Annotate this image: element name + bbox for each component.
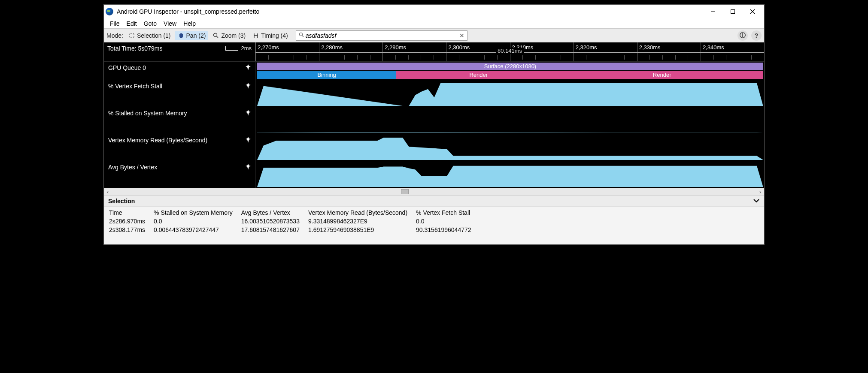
track-label: % Vertex Fetch Stall	[108, 83, 162, 90]
track-chart: Avg Bytes / Vertex	[104, 161, 764, 188]
table-cell: 90.31561996044772	[412, 226, 475, 234]
scroll-right-arrow[interactable]: ›	[756, 189, 764, 195]
selection-table: Time% Stalled on System MemoryAvg Bytes …	[104, 207, 764, 244]
menu-view[interactable]: View	[160, 19, 180, 28]
chart-area	[257, 109, 763, 133]
track-canvas[interactable]	[255, 80, 764, 107]
chart-area	[257, 136, 763, 160]
timeline[interactable]: Total Time: 5s079ms 2ms 2,270ms2,280ms2,…	[104, 42, 764, 188]
span-binning[interactable]: Binning	[257, 71, 396, 79]
titlebar[interactable]: Android GPU Inspector - unsplit_compress…	[104, 5, 764, 18]
range-label: 80.141ms	[496, 48, 524, 54]
track-label: Vertex Memory Read (Bytes/Second)	[108, 137, 207, 144]
info-button[interactable]: ⓘ	[737, 30, 748, 41]
info-icon: ⓘ	[740, 32, 746, 39]
track-canvas[interactable]	[255, 107, 764, 134]
track-label: GPU Queue 0	[108, 64, 146, 71]
close-button[interactable]	[743, 5, 762, 18]
table-header[interactable]: Time	[105, 208, 149, 217]
ruler-tick-label: 2,330ms	[639, 44, 661, 51]
track-chart: Vertex Memory Read (Bytes/Second)	[104, 134, 764, 161]
menu-goto[interactable]: Goto	[140, 19, 160, 28]
span-render[interactable]: Render	[561, 71, 763, 79]
ruler-tick-label: 2,290ms	[385, 44, 406, 51]
help-button[interactable]: ?	[751, 30, 762, 41]
mode-timing[interactable]: Timing (4)	[250, 31, 291, 40]
table-cell: 2s308.177ms	[105, 226, 149, 234]
pin-icon[interactable]	[246, 164, 251, 171]
selection-header-label: Selection	[108, 198, 135, 205]
table-header[interactable]: % Vertex Fetch Stall	[412, 208, 475, 217]
svg-rect-1	[731, 10, 735, 14]
mode-pan[interactable]: Pan (2)	[175, 31, 209, 40]
chevron-down-icon[interactable]	[753, 198, 760, 205]
mode-label: Mode:	[106, 32, 123, 39]
maximize-button[interactable]	[723, 5, 743, 18]
mode-selection-label: Selection (1)	[137, 32, 171, 39]
table-row[interactable]: 2s286.970ms0.016.0035105208735339.331489…	[105, 217, 476, 226]
svg-point-10	[299, 33, 302, 36]
timing-icon	[252, 33, 259, 39]
app-window: Android GPU Inspector - unsplit_compress…	[103, 4, 765, 245]
app-icon	[106, 8, 113, 15]
menu-file[interactable]: File	[106, 19, 123, 28]
table-cell: 0.0	[149, 217, 237, 226]
table-header[interactable]: Avg Bytes / Vertex	[237, 208, 304, 217]
span-render[interactable]: Render	[396, 71, 561, 79]
track-gpu-queue: GPU Queue 0 Surface (2280x1080) BinningR…	[104, 61, 764, 80]
pin-icon[interactable]	[246, 83, 251, 90]
scroll-left-arrow[interactable]: ‹	[104, 189, 112, 195]
table-row[interactable]: 2s308.177ms0.00644378397242744717.608157…	[105, 226, 476, 234]
search-box[interactable]: ✕	[296, 30, 467, 41]
ruler-tick-label: 2,320ms	[576, 44, 597, 51]
search-clear-button[interactable]: ✕	[459, 32, 464, 39]
mode-selection[interactable]: Selection (1)	[126, 31, 173, 40]
menu-edit[interactable]: Edit	[123, 19, 140, 28]
minimize-button[interactable]	[703, 5, 723, 18]
selection-panel: Selection Time% Stalled on System Memory…	[104, 196, 764, 244]
menu-help[interactable]: Help	[180, 19, 199, 28]
menubar: File Edit Goto View Help	[104, 18, 764, 29]
zoom-icon	[212, 33, 219, 39]
ruler-tick-label: 2,280ms	[321, 44, 343, 51]
pin-icon[interactable]	[246, 137, 251, 144]
selection-icon	[128, 33, 135, 39]
hand-icon	[178, 33, 185, 39]
table-cell: 1.6912759469038851E9	[304, 226, 412, 234]
svg-line-11	[302, 36, 303, 37]
svg-line-6	[217, 36, 219, 38]
total-time-label: Total Time: 5s079ms	[107, 45, 162, 52]
scale-value: 2ms	[241, 45, 252, 51]
ruler-tick-label: 2,300ms	[448, 44, 470, 51]
search-input[interactable]	[306, 32, 459, 39]
chart-area	[257, 82, 763, 106]
scale-bracket-icon	[225, 46, 238, 51]
pin-icon[interactable]	[246, 110, 251, 117]
horizontal-scrollbar[interactable]: ‹ ›	[104, 188, 764, 196]
time-ruler[interactable]: 2,270ms2,280ms2,290ms2,300ms2,310ms2,320…	[255, 42, 764, 61]
svg-rect-4	[130, 33, 134, 38]
ruler-tick-label: 2,270ms	[258, 44, 279, 51]
mode-timing-label: Timing (4)	[261, 32, 288, 39]
table-header[interactable]: % Stalled on System Memory	[149, 208, 237, 217]
search-icon	[299, 32, 304, 39]
span-surface[interactable]: Surface (2280x1080)	[257, 63, 763, 70]
table-cell: 9.33148998462327E9	[304, 217, 412, 226]
mode-zoom[interactable]: Zoom (3)	[210, 31, 248, 40]
pin-icon[interactable]	[246, 64, 251, 72]
track-label: % Stalled on System Memory	[108, 110, 187, 117]
table-cell: 17.608157481627607	[237, 226, 304, 234]
table-header[interactable]: Vertex Memory Read (Bytes/Second)	[304, 208, 412, 217]
mode-pan-label: Pan (2)	[186, 32, 206, 39]
table-cell: 0.0	[412, 217, 475, 226]
track-canvas[interactable]: Surface (2280x1080) BinningRenderRender	[255, 62, 764, 80]
track-canvas[interactable]	[255, 161, 764, 188]
table-cell: 16.003510520873533	[237, 217, 304, 226]
track-canvas[interactable]	[255, 134, 764, 161]
scrollbar-thumb[interactable]	[401, 189, 409, 194]
toolbar: Mode: Selection (1) Pan (2) Zoom (3) Tim…	[104, 29, 764, 42]
track-chart: % Stalled on System Memory	[104, 107, 764, 134]
table-cell: 0.006443783972427447	[149, 226, 237, 234]
track-chart: % Vertex Fetch Stall	[104, 80, 764, 107]
help-icon: ?	[755, 32, 759, 39]
